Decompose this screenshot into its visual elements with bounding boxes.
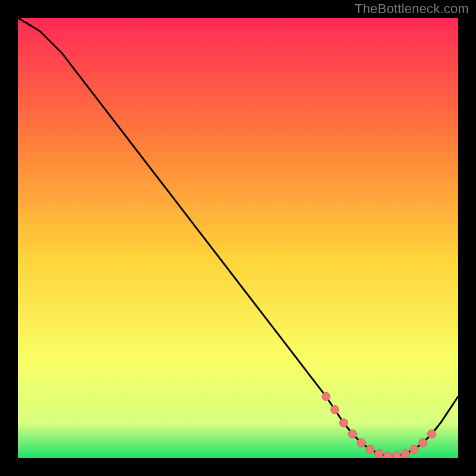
gradient-background — [18, 18, 458, 458]
data-marker — [357, 439, 365, 447]
data-marker — [375, 450, 383, 458]
watermark-text: TheBottleneck.com — [355, 1, 469, 17]
data-marker — [401, 450, 409, 458]
chart-container: TheBottleneck.com — [0, 0, 476, 476]
data-marker — [419, 439, 427, 447]
data-marker — [428, 430, 436, 438]
data-marker — [410, 445, 418, 453]
data-marker — [392, 452, 400, 458]
data-marker — [366, 445, 374, 453]
data-marker — [384, 452, 392, 458]
plot-area — [18, 18, 458, 458]
data-marker — [348, 430, 356, 438]
data-marker — [331, 406, 339, 414]
chart-svg — [18, 18, 458, 458]
data-marker — [322, 392, 330, 400]
data-marker — [340, 419, 348, 427]
